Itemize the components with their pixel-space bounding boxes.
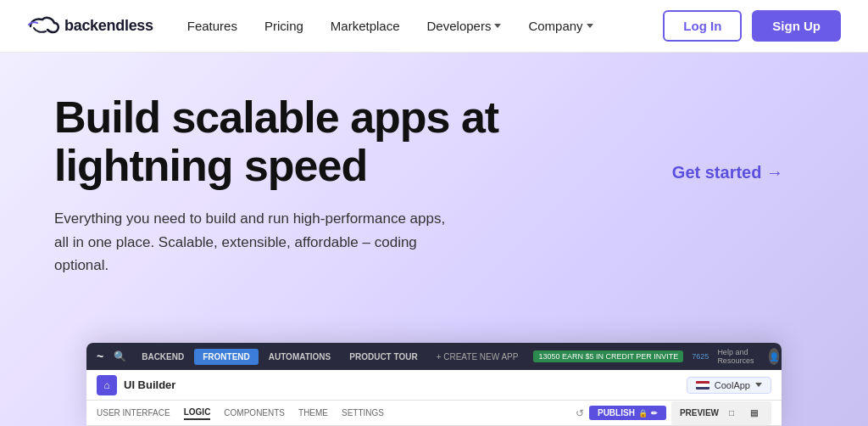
subtab-user-interface[interactable]: USER INTERFACE: [97, 406, 170, 419]
user-count: 7625: [692, 352, 709, 361]
subtab-logic[interactable]: LOGIC: [184, 406, 211, 420]
hero-title: Build scalable apps at lightning speed: [54, 93, 580, 190]
app-name: CoolApp: [715, 380, 750, 390]
publish-button[interactable]: PUBLISH 🔒 ✏: [589, 406, 666, 420]
app-subtoolbar: USER INTERFACE LOGIC COMPONENTS THEME SE…: [86, 401, 782, 426]
app-right-info: 13050 EARN $5 IN CREDIT PER INVITE 7625 …: [533, 348, 779, 365]
logo-icon: [27, 14, 59, 38]
app-tab-automations[interactable]: AUTOMATIONS: [260, 349, 340, 365]
signup-button[interactable]: Sign Up: [752, 10, 841, 42]
avatar[interactable]: 👤: [769, 348, 779, 365]
app-tab-product-tour[interactable]: PRODUCT TOUR: [341, 349, 426, 365]
nav-pricing[interactable]: Pricing: [264, 19, 303, 33]
app-nav-tabs: BACKEND FRONTEND AUTOMATIONS PRODUCT TOU…: [133, 349, 526, 365]
hero-content: Build scalable apps at lightning speed E…: [54, 93, 580, 277]
navbar: backendless Features Pricing Marketplace…: [0, 0, 868, 53]
dropdown-arrow-icon: [755, 383, 762, 387]
app-logo-small: ~: [97, 350, 103, 363]
nav-features[interactable]: Features: [187, 19, 237, 33]
subtab-theme[interactable]: THEME: [298, 406, 328, 419]
home-icon[interactable]: ⌂: [97, 375, 117, 395]
app-right-buttons: ↺ PUBLISH 🔒 ✏ PREVIEW □ ▤: [576, 401, 771, 425]
preview-button[interactable]: PREVIEW □ ▤: [671, 401, 771, 425]
app-topbar: ~ 🔍 BACKEND FRONTEND AUTOMATIONS PRODUCT…: [86, 343, 782, 370]
app-toolbar: ⌂ UI Builder CoolApp: [86, 370, 782, 401]
get-started-link[interactable]: Get started →: [672, 163, 783, 182]
login-button[interactable]: Log In: [663, 10, 742, 42]
nav-buttons: Log In Sign Up: [663, 10, 841, 42]
ui-builder-title: UI Builder: [124, 378, 175, 391]
subtab-settings[interactable]: SETTINGS: [342, 406, 384, 419]
brand-name: backendless: [64, 17, 153, 35]
logo[interactable]: backendless: [27, 14, 153, 38]
app-tab-backend[interactable]: BACKEND: [133, 349, 192, 365]
app-preview: ~ 🔍 BACKEND FRONTEND AUTOMATIONS PRODUCT…: [86, 343, 782, 426]
flag-icon: [696, 381, 709, 390]
chevron-down-icon: [494, 24, 501, 28]
nav-marketplace[interactable]: Marketplace: [331, 19, 400, 33]
chevron-down-icon: [587, 24, 593, 28]
nav-developers[interactable]: Developers: [427, 19, 502, 33]
subtab-components[interactable]: COMPONENTS: [224, 406, 285, 419]
credit-badge: 13050 EARN $5 IN CREDIT PER INVITE: [533, 350, 683, 362]
coolapp-badge[interactable]: CoolApp: [687, 377, 771, 394]
hero-section: Build scalable apps at lightning speed E…: [0, 53, 868, 426]
nav-company[interactable]: Company: [528, 19, 593, 33]
help-resources-link[interactable]: Help and Resources: [717, 348, 760, 365]
create-new-app-button[interactable]: + CREATE NEW APP: [428, 349, 527, 365]
nav-links: Features Pricing Marketplace Developers …: [187, 19, 664, 33]
search-icon[interactable]: 🔍: [114, 350, 126, 362]
lock-icon: 🔒: [638, 409, 648, 418]
hero-subtitle: Everything you need to build and run hig…: [54, 207, 461, 277]
refresh-icon[interactable]: ↺: [576, 407, 584, 419]
preview-split-btn[interactable]: ▤: [744, 404, 763, 423]
app-tab-frontend[interactable]: FRONTEND: [194, 349, 259, 365]
eye-icon: ✏: [651, 409, 658, 418]
preview-icon-btn[interactable]: □: [722, 404, 741, 423]
